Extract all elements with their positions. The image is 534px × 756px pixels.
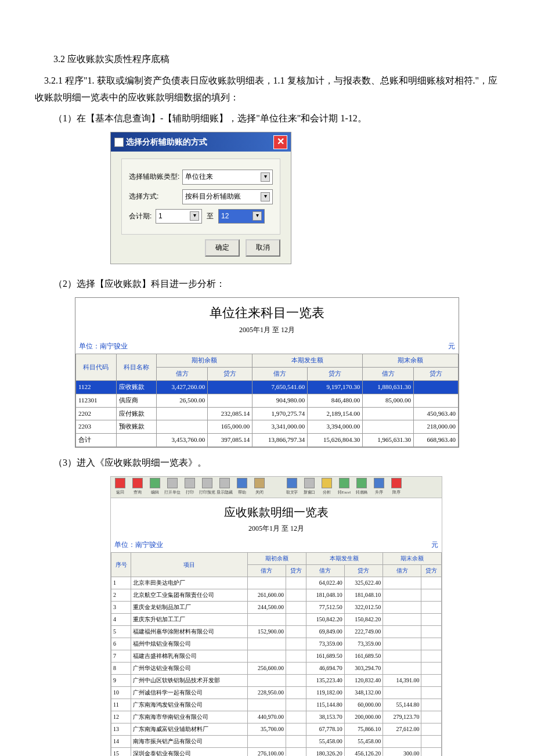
select-aux-type[interactable]: 单位往来 ▾ (182, 170, 273, 185)
para-step-3: （3）进入《应收账款明细一览表》。 (35, 455, 499, 471)
para-step-1: （1）在【基本信息查询】-【辅助明细账】，选择"单位往来"和会计期 1-12。 (35, 110, 499, 127)
toggle-button[interactable]: 显示隐藏 (218, 478, 232, 496)
close-toolbar-button[interactable]: 关闭 (252, 478, 266, 496)
table-row[interactable]: 1北京丰田美达电炉厂64,022.40325,622.40 (111, 577, 442, 589)
aux-ledger-dialog: sql 选择分析辅助账的方式 ✕ 选择辅助账类型: 单位往来 ▾ 选择方式: 按… (110, 132, 291, 264)
help-button[interactable]: 帮助 (235, 478, 249, 496)
table-row[interactable]: 3重庆金龙铝制品加工厂244,500.0077,512.50322,012.50 (111, 602, 442, 614)
analyze-button[interactable]: 分析 (320, 478, 334, 496)
new-window-button[interactable]: 新窗口 (302, 478, 316, 496)
label-aux-type: 选择辅助账类型: (129, 171, 182, 183)
label-period: 会计期: (129, 210, 156, 223)
subject-summary-table: 单位往来科目一览表 2005年1月 至 12月 单位：南宁骏业 元 科目代码 科… (75, 297, 459, 448)
table-row[interactable]: 7福建吉盛祥棉乳有限公司161,689.50161,689.50 (111, 650, 442, 663)
table-period: 2005年1月 至 12月 (75, 324, 459, 340)
select-method[interactable]: 按科目分析辅助账 ▾ (182, 189, 273, 204)
chevron-down-icon: ▾ (261, 172, 270, 182)
chevron-down-icon: ▾ (252, 211, 262, 221)
table-row[interactable]: 1122应收账款3,427,260.007,650,541.609,197,17… (76, 380, 459, 394)
preview-button[interactable]: 打印预览 (200, 478, 214, 496)
query-button[interactable]: 查询 (131, 478, 145, 496)
table-row[interactable]: 2北京航空工业集团有限责任公司261,600.00181,048.10181,0… (111, 589, 442, 602)
table-row[interactable]: 13广东南海威富铝业辅助材料厂35,700.0067,778.1075,866.… (111, 723, 442, 736)
ok-button[interactable]: 确定 (205, 239, 240, 257)
chevron-down-icon: ▾ (190, 211, 199, 221)
ar-detail-table: 返回 查询 编辑 打开单位 打印 打印预览 显示隐藏 帮助 关闭 取文字 新窗口… (110, 476, 442, 756)
table-row[interactable]: 8广州华达铝业有限公司256,600.0046,694.70303,294.70 (111, 663, 442, 675)
table-row[interactable]: 15深圳金泰铝业有限公司276,100.00180,326.20456,126.… (111, 748, 442, 756)
table-row[interactable]: 4重庆东升铝加工工厂150,842.20150,842.20 (111, 614, 442, 626)
chevron-down-icon: ▾ (261, 192, 270, 201)
open-unit-button[interactable]: 打开单位 (165, 478, 179, 496)
sort-desc-button[interactable]: 降序 (389, 478, 403, 496)
toolbar: 返回 查询 编辑 打开单位 打印 打印预览 显示隐藏 帮助 关闭 取文字 新窗口… (111, 477, 442, 498)
to-excel-button[interactable]: 转Excel (337, 478, 351, 496)
table-row[interactable]: 合计3,453,760.00397,085.1413,866,797.3415,… (76, 434, 459, 447)
label-method: 选择方式: (129, 190, 182, 203)
table-row[interactable]: 14南海市振兴铝产品有限公司55,458.0055,458.00 (111, 736, 442, 748)
back-button[interactable]: 返回 (113, 478, 127, 496)
table-row[interactable]: 5福建福州嘉华涂附材料有限公司152,900.0069,849.00222,74… (111, 626, 442, 638)
table-row[interactable]: 11广东南海鸿发铝业有限公司115,144.8060,000.0055,144.… (111, 699, 442, 711)
table-row[interactable]: 112301供应商26,500.00904,980.00846,480.0085… (76, 394, 459, 407)
section-heading: 3.2 应收账款实质性程序底稿 (35, 51, 499, 68)
dialog-title-text: 选择分析辅助账的方式 (126, 135, 207, 149)
para-3-2-1: 3.2.1 程序"1. 获取或编制资产负债表日应收账款明细表，1.1 复核加计，… (35, 73, 499, 106)
close-icon[interactable]: ✕ (273, 135, 287, 149)
detail-title: 应收账款明细一览表 (111, 498, 442, 523)
to-draft-button[interactable]: 转底稿 (355, 478, 369, 496)
dialog-title-bar: sql 选择分析辅助账的方式 ✕ (111, 132, 291, 152)
extract-text-button[interactable]: 取文字 (285, 478, 299, 496)
edit-button[interactable]: 编辑 (148, 478, 162, 496)
dialog-app-icon: sql (114, 138, 124, 147)
select-period-to[interactable]: 12 ▾ (218, 209, 265, 224)
select-period-from[interactable]: 1 ▾ (156, 209, 202, 224)
label-to: 至 (207, 210, 214, 223)
cancel-button[interactable]: 取消 (246, 239, 280, 257)
table-title: 单位往来科目一览表 (75, 298, 459, 325)
print-button[interactable]: 打印 (183, 478, 197, 496)
table-row[interactable]: 2202应付账款232,085.141,970,275.742,189,154.… (76, 407, 459, 420)
para-step-2: （2）选择【应收账款】科目进一步分析： (35, 276, 499, 293)
table-row[interactable]: 12广东南海市华南铝业有限公司440,970.0038,153.70200,00… (111, 711, 442, 723)
table-row[interactable]: 2203预收账款165,000.003,341,000.003,394,000.… (76, 420, 459, 434)
table-row[interactable]: 10广州诚信科学一起有限公司228,950.00119,182.00348,13… (111, 687, 442, 699)
detail-period: 2005年1月 至 12月 (111, 523, 442, 539)
table-row[interactable]: 6福州中炫铝业有限公司73,359.0073,359.00 (111, 638, 442, 650)
sort-asc-button[interactable]: 升序 (372, 478, 386, 496)
table-row[interactable]: 9广州中山区软铁铝制品技术开发部135,223.40120,832.4014,3… (111, 675, 442, 687)
